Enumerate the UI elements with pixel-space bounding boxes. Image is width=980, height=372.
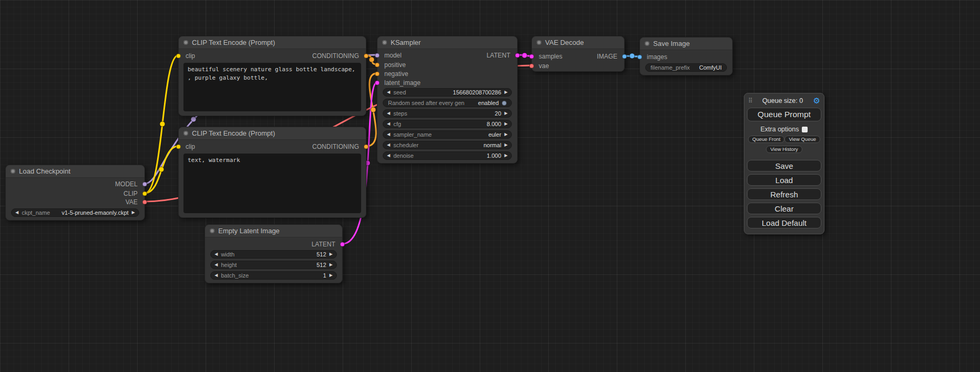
slot-label: MODEL [115,180,138,188]
widget-cfg[interactable]: ◀ cfg 8.000 ▶ [383,120,512,128]
slot-label: vae [539,62,549,70]
view-queue-button[interactable]: View Queue [784,136,820,143]
toggle-knob[interactable] [502,101,507,106]
widget-width[interactable]: ◀ width 512 ▶ [210,250,337,259]
save-button[interactable]: Save [747,160,821,171]
widget-batch-size[interactable]: ◀ batch_size 1 ▶ [210,271,337,280]
latent-output-dot[interactable] [340,242,345,247]
widget-scheduler[interactable]: ◀ scheduler normal ▶ [383,141,512,149]
link-dot-clip-negative[interactable] [159,167,164,172]
node-clip-text-encode-positive[interactable]: CLIP Text Encode (Prompt) clip CONDITION… [178,36,366,116]
increment-arrow-icon[interactable]: ▶ [329,263,333,267]
latent-output-dot[interactable] [515,53,520,58]
node-title-bar[interactable]: Load Checkpoint [6,165,144,178]
graph-canvas[interactable]: Load Checkpoint MODEL CLIP VAE ◀ ckpt_na… [0,0,980,372]
widget-label: scheduler [393,142,419,148]
conditioning-output-dot[interactable] [364,145,368,149]
increment-arrow-icon[interactable]: ▶ [329,273,333,278]
node-title-bar[interactable]: KSampler [377,36,517,49]
extra-options-checkbox[interactable] [802,127,808,132]
node-save-image[interactable]: Save Image images filename_prefix ComfyU… [639,37,733,75]
widget-denoise[interactable]: ◀ denoise 1.000 ▶ [383,151,512,160]
drag-handle-icon[interactable]: ⠿ [748,97,752,104]
node-title: Load Checkpoint [19,167,71,175]
queue-prompt-button[interactable]: Queue Prompt [747,108,821,121]
node-title-bar[interactable]: CLIP Text Encode (Prompt) [179,127,366,140]
node-empty-latent-image[interactable]: Empty Latent Image LATENT ◀ width 512 ▶ … [205,224,343,283]
load-button[interactable]: Load [747,174,821,186]
increment-arrow-icon[interactable]: ▶ [329,252,333,256]
vae-output-dot[interactable] [142,200,147,205]
node-ksampler[interactable]: KSampler model LATENT positive negative … [377,36,518,164]
positive-input-dot[interactable] [375,63,380,68]
images-input-dot[interactable] [637,55,642,60]
negative-prompt-textarea[interactable]: text, watermark [183,154,361,213]
decrement-arrow-icon[interactable]: ◀ [215,252,218,256]
collapse-dot[interactable] [183,131,188,136]
increment-arrow-icon[interactable]: ▶ [504,143,508,147]
decrement-arrow-icon[interactable]: ◀ [387,111,390,116]
widget-ckpt-name[interactable]: ◀ ckpt_name v1-5-pruned-emaonly.ckpt ▶ [11,208,139,217]
widget-filename-prefix[interactable]: filename_prefix ComfyUI [645,63,727,72]
collapse-dot[interactable] [210,228,215,233]
link-dot-image[interactable] [629,53,635,59]
collapse-dot[interactable] [11,169,15,174]
node-vae-decode[interactable]: VAE Decode samples IMAGE vae [531,36,625,72]
widget-random-seed-toggle[interactable]: Random seed after every gen enabled [383,99,512,107]
increment-arrow-icon[interactable]: ▶ [504,132,508,137]
collapse-dot[interactable] [382,40,387,45]
positive-prompt-textarea[interactable]: beautiful scenery nature glass bottle la… [183,63,361,111]
link-dot-clip-positive[interactable] [160,121,165,127]
queue-front-button[interactable]: Queue Front [748,136,784,143]
view-history-button[interactable]: View History [766,146,802,153]
decrement-arrow-icon[interactable]: ◀ [215,263,218,267]
widget-value: 1.000 [487,152,501,159]
widget-seed[interactable]: ◀ seed 156680208700286 ▶ [383,88,512,97]
collapse-dot[interactable] [645,41,649,46]
increment-arrow-icon[interactable]: ▶ [504,111,508,116]
latent-image-input-dot[interactable] [375,81,380,85]
decrement-arrow-icon[interactable]: ◀ [387,143,390,147]
node-title-bar[interactable]: VAE Decode [532,36,624,49]
link-dot-conditioning-negative[interactable] [371,107,376,112]
link-dot-conditioning-positive[interactable] [369,57,374,62]
decrement-arrow-icon[interactable]: ◀ [387,154,390,158]
widget-sampler-name[interactable]: ◀ sampler_name euler ▶ [383,130,512,139]
clear-button[interactable]: Clear [747,203,821,214]
increment-arrow-icon[interactable]: ▶ [504,154,508,158]
node-clip-text-encode-negative[interactable]: CLIP Text Encode (Prompt) clip CONDITION… [178,127,366,218]
widget-height[interactable]: ◀ height 512 ▶ [210,261,337,269]
model-output-dot[interactable] [142,182,147,187]
widget-steps[interactable]: ◀ steps 20 ▶ [383,109,512,118]
increment-arrow-icon[interactable]: ▶ [504,90,508,94]
increment-arrow-icon[interactable]: ▶ [504,122,508,126]
output-slot-model: MODEL [6,180,144,188]
image-output-dot[interactable] [622,54,627,59]
widget-label: denoise [393,152,414,159]
link-dot-latent-vae[interactable] [522,53,527,58]
widget-value: 1 [323,272,326,279]
refresh-button[interactable]: Refresh [747,188,821,200]
negative-input-dot[interactable] [375,72,380,77]
queue-buttons-row: Queue Front View Queue [747,136,821,143]
link-dot-model[interactable] [191,117,196,122]
decrement-arrow-icon[interactable]: ◀ [215,273,218,278]
vae-input-dot[interactable] [529,64,534,69]
load-default-button[interactable]: Load Default [747,217,821,228]
increment-arrow-icon[interactable]: ▶ [132,211,135,215]
collapse-dot[interactable] [183,40,188,45]
decrement-arrow-icon[interactable]: ◀ [387,90,390,94]
collapse-dot[interactable] [537,40,541,45]
node-title-bar[interactable]: Save Image [640,37,732,50]
decrement-arrow-icon[interactable]: ◀ [387,132,390,137]
node-load-checkpoint[interactable]: Load Checkpoint MODEL CLIP VAE ◀ ckpt_na… [5,165,145,221]
node-title-bar[interactable]: Empty Latent Image [205,225,342,237]
slot-label: CONDITIONING [312,52,359,60]
slot-label: latent_image [384,79,421,87]
conditioning-output-dot[interactable] [364,54,368,59]
decrement-arrow-icon[interactable]: ◀ [15,211,18,215]
clip-output-dot[interactable] [142,192,147,196]
settings-gear-icon[interactable]: ⚙ [813,97,820,104]
decrement-arrow-icon[interactable]: ◀ [387,122,390,126]
node-title-bar[interactable]: CLIP Text Encode (Prompt) [179,36,366,49]
